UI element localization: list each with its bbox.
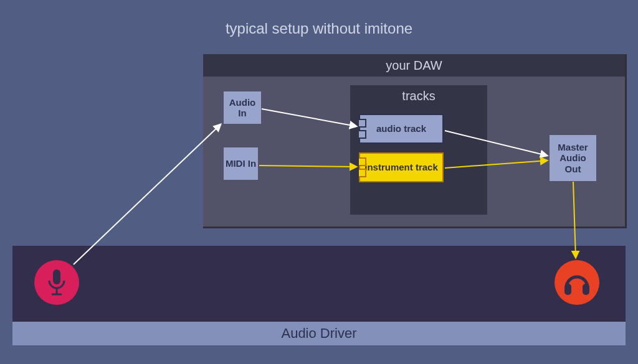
svg-rect-4 <box>583 284 589 295</box>
audio-driver-bar <box>12 246 626 322</box>
daw-header: your DAW <box>203 54 625 77</box>
tracks-label: tracks <box>350 85 487 103</box>
audio-track-node: audio track <box>359 114 444 144</box>
arrow-mic-to-audio-in <box>74 124 221 264</box>
audio-in-node: Audio In <box>224 91 261 124</box>
tracks-container: tracks audio track instrument track <box>350 85 487 215</box>
daw-container: your DAW Audio In MIDI In Master Audio O… <box>203 54 627 228</box>
instrument-track-node: instrument track <box>359 152 444 182</box>
svg-rect-3 <box>564 284 571 295</box>
audio-driver-label: Audio Driver <box>12 322 626 345</box>
diagram-title: typical setup without imitone <box>0 20 638 37</box>
headphones-icon <box>555 260 599 305</box>
master-audio-out-node: Master Audio Out <box>550 135 596 181</box>
microphone-icon <box>34 260 79 305</box>
svg-rect-0 <box>53 269 60 284</box>
midi-in-node: MIDI In <box>224 147 258 180</box>
